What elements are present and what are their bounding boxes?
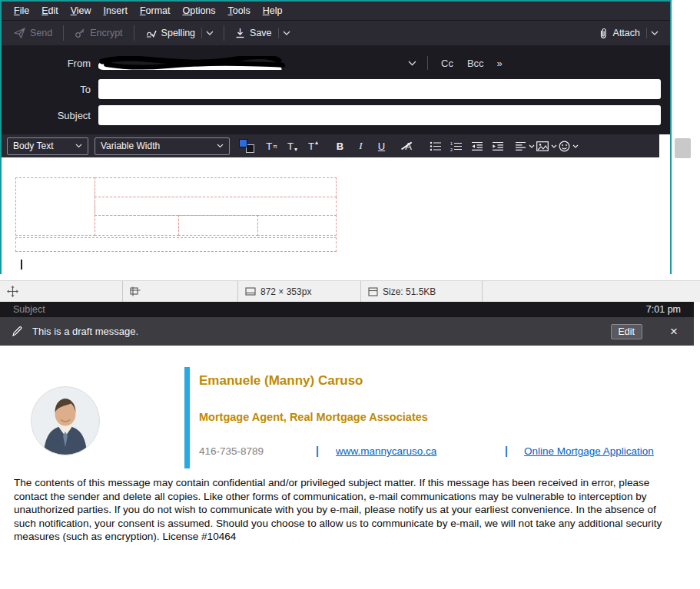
scroll-corner xyxy=(659,134,670,157)
alignment-dropdown[interactable] xyxy=(515,137,535,155)
bullet-list-button[interactable] xyxy=(426,137,445,155)
menu-edit[interactable]: Edit xyxy=(35,4,65,18)
from-row: From Cc Bcc » xyxy=(2,51,670,74)
compose-toolbar: Send Encrypt Spelling xyxy=(2,20,670,45)
signature-phone: 416-735-8789 xyxy=(199,445,264,457)
status-bar: 872 × 353px Size: 51.5KB xyxy=(0,280,700,302)
outdent-button[interactable] xyxy=(467,137,486,155)
dimensions-icon xyxy=(245,287,256,296)
format-toolbar: Body Text Variable Width Tπ T▾ T▴ B xyxy=(2,134,670,157)
subject-row: Subject xyxy=(2,104,670,127)
font-select[interactable]: Variable Width xyxy=(95,137,230,155)
message-body: Emanuele (Manny) Caruso Mortgage Agent, … xyxy=(0,346,700,589)
chevron-down-icon xyxy=(529,144,535,148)
menu-file[interactable]: File xyxy=(8,4,35,18)
save-button[interactable]: Save xyxy=(231,25,277,41)
mortgage-application-link[interactable]: Online Mortgage Application xyxy=(524,445,654,457)
smiley-dropdown[interactable] xyxy=(559,137,579,155)
send-icon xyxy=(14,28,25,38)
toolbar-separator xyxy=(134,25,134,41)
font-size-icon[interactable]: Tπ xyxy=(262,137,281,155)
remove-text-styling-button[interactable]: A xyxy=(399,137,418,155)
file-size-icon xyxy=(368,287,378,296)
from-dropdown-chevron-icon[interactable] xyxy=(403,59,421,68)
increase-font-size-icon[interactable]: T▴ xyxy=(304,137,323,155)
from-field[interactable] xyxy=(98,56,421,70)
edit-draft-button[interactable]: Edit xyxy=(611,324,643,339)
screen: File Edit View Insert Format Options Too… xyxy=(0,0,700,589)
text-color-swatch[interactable] xyxy=(239,139,254,153)
more-recipients-button[interactable]: » xyxy=(491,55,509,72)
decrease-font-size-icon[interactable]: T▾ xyxy=(283,137,302,155)
separator-pipe: | xyxy=(316,445,319,457)
subject-input[interactable] xyxy=(98,105,661,125)
attach-dropdown[interactable] xyxy=(646,28,662,38)
menu-format[interactable]: Format xyxy=(134,4,177,18)
menu-options[interactable]: Options xyxy=(176,4,221,18)
status-move-segment xyxy=(0,281,123,302)
attach-button[interactable]: Attach xyxy=(593,25,645,42)
status-dimensions-segment: 872 × 353px xyxy=(238,281,361,302)
compose-window: File Edit View Insert Format Options Too… xyxy=(0,0,672,274)
svg-text:2: 2 xyxy=(450,147,453,151)
save-icon xyxy=(235,28,245,38)
table-cell xyxy=(178,215,258,236)
pencil-icon xyxy=(12,326,23,337)
from-label: From xyxy=(2,58,98,69)
indent-button[interactable] xyxy=(488,137,507,155)
separator-pipe: | xyxy=(505,445,508,457)
status-size-segment: Size: 51.5KB xyxy=(361,281,483,302)
signature-contact-row: 416-735-8789 | www.mannycaruso.ca | Onli… xyxy=(0,445,694,460)
message-subject-label: Subject xyxy=(13,304,45,315)
bold-button[interactable]: B xyxy=(330,137,350,155)
close-icon[interactable]: × xyxy=(665,325,682,338)
draft-notification-bar: This is a draft message. Edit × xyxy=(0,317,694,346)
paperclip-icon xyxy=(598,28,609,39)
status-filler xyxy=(483,281,700,302)
insert-image-dropdown[interactable] xyxy=(536,137,557,155)
menu-insert[interactable]: Insert xyxy=(98,4,134,18)
signature-title: Mortgage Agent, Real Mortgage Associates xyxy=(199,411,428,423)
italic-button[interactable]: I xyxy=(351,137,370,155)
table-cell xyxy=(15,177,95,236)
chevron-down-icon xyxy=(572,144,579,148)
numbered-list-button[interactable]: 12 xyxy=(446,137,466,155)
message-header-bar: Subject 7:01 pm xyxy=(0,302,694,317)
encrypt-button[interactable]: Encrypt xyxy=(70,25,127,41)
compose-editor[interactable] xyxy=(2,157,670,274)
to-row: To xyxy=(2,78,670,101)
menu-tools[interactable]: Tools xyxy=(222,4,257,18)
encrypt-key-icon xyxy=(75,28,85,38)
status-position-segment xyxy=(123,281,238,302)
svg-text:1: 1 xyxy=(450,141,453,146)
menu-view[interactable]: View xyxy=(65,4,98,18)
cc-button[interactable]: Cc xyxy=(434,55,460,72)
message-time: 7:01 pm xyxy=(646,304,681,315)
save-dropdown[interactable] xyxy=(278,28,294,38)
paragraph-style-select[interactable]: Body Text xyxy=(7,137,88,155)
from-redacted-scribble xyxy=(98,56,290,70)
guides-icon xyxy=(130,286,141,296)
address-separator xyxy=(427,56,428,70)
draft-notice-text: This is a draft message. xyxy=(32,326,138,337)
to-input[interactable] xyxy=(98,79,661,99)
website-link[interactable]: www.mannycaruso.ca xyxy=(336,445,436,457)
subject-label: Subject xyxy=(2,110,98,121)
table-cell xyxy=(257,215,337,236)
text-caret xyxy=(21,260,22,270)
spelling-dropdown[interactable] xyxy=(201,28,217,38)
table-cell xyxy=(95,177,337,197)
disclaimer-text: The contents of this message may contain… xyxy=(14,476,673,544)
menu-bar: File Edit View Insert Format Options Too… xyxy=(2,2,670,20)
underline-button[interactable]: U xyxy=(372,137,391,155)
to-label: To xyxy=(2,84,98,95)
spelling-check-icon xyxy=(145,28,157,38)
spelling-button[interactable]: Spelling xyxy=(141,25,200,41)
chevron-down-icon xyxy=(551,144,557,148)
signature-name: Emanuele (Manny) Caruso xyxy=(199,373,363,389)
send-button[interactable]: Send xyxy=(9,25,57,41)
background-scrollbar[interactable] xyxy=(675,138,691,158)
move-icon xyxy=(7,286,18,297)
bcc-button[interactable]: Bcc xyxy=(460,55,491,72)
menu-help[interactable]: Help xyxy=(257,4,289,18)
